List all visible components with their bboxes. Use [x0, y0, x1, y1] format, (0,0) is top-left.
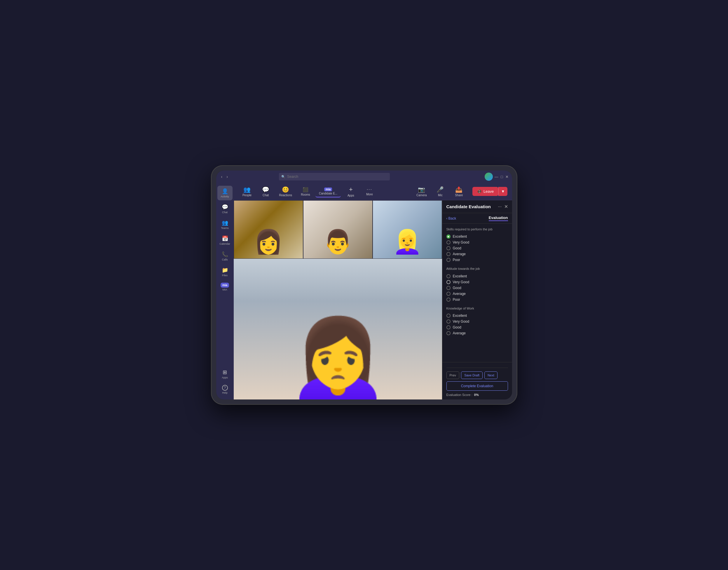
attitude-average-radio[interactable]: [447, 292, 451, 296]
nav-back-button[interactable]: ‹: [220, 174, 224, 180]
prev-button[interactable]: Prev: [447, 371, 460, 379]
knowledge-good-radio[interactable]: [447, 325, 451, 329]
nav-item-candidate[interactable]: mia Candidate E...: [315, 186, 341, 198]
knowledge-good[interactable]: Good: [447, 325, 508, 329]
skills-excellent-label: Excellent: [453, 235, 467, 239]
knowledge-verygood[interactable]: Very Good: [447, 319, 508, 324]
chevron-down-icon: ▼: [501, 189, 505, 194]
knowledge-verygood-radio[interactable]: [447, 319, 451, 324]
sidebar-label-calls: Calls: [222, 258, 227, 261]
minimize-button[interactable]: —: [495, 175, 498, 179]
sidebar-item-mia[interactable]: mia MIA: [217, 280, 232, 293]
leave-button[interactable]: 📵 Leave: [473, 187, 498, 196]
complete-evaluation-button[interactable]: Complete Evaluation: [447, 381, 508, 391]
chat-icon: 💬: [222, 204, 228, 210]
sidebar-label-mia: MIA: [222, 288, 227, 291]
sidebar-item-help[interactable]: ? Help: [217, 382, 232, 396]
chat-nav-icon: 💬: [262, 186, 269, 193]
skills-poor-radio[interactable]: [447, 258, 451, 262]
sidebar-item-calls[interactable]: 📞 Calls: [217, 249, 232, 263]
knowledge-average-label: Average: [453, 331, 466, 335]
nav-item-reactions[interactable]: 😊 Reactions: [276, 184, 295, 199]
knowledge-excellent-radio[interactable]: [447, 314, 451, 318]
nav-item-apps[interactable]: + Apps: [342, 184, 359, 199]
score-label: Evaluation Score :: [447, 393, 473, 396]
attitude-excellent-radio[interactable]: [447, 274, 451, 278]
skills-excellent[interactable]: Excellent: [447, 235, 508, 239]
back-button[interactable]: ‹ Back: [447, 216, 456, 221]
nav-item-camera[interactable]: 📷 Camera: [413, 184, 431, 199]
skills-section-title: Skills required to perform the job: [447, 227, 508, 232]
sidebar-label-chat: Chat: [222, 211, 227, 214]
help-icon: ?: [222, 385, 228, 391]
sidebar-item-calendar[interactable]: 📅 Calendar: [217, 233, 232, 248]
nav-item-mic[interactable]: 🎤 Mic: [432, 184, 449, 199]
knowledge-section-title: Knowledge of Work: [447, 306, 508, 311]
user-avatar[interactable]: [485, 173, 493, 181]
share-nav-icon: 📤: [455, 186, 463, 193]
video-panel: 🙍‍♀️: [234, 200, 442, 399]
attitude-good[interactable]: Good: [447, 286, 508, 290]
skills-good-radio[interactable]: [447, 246, 451, 250]
sidebar-item-activity[interactable]: 👤 Activity: [217, 186, 232, 200]
search-input[interactable]: [287, 175, 388, 179]
knowledge-average[interactable]: Average: [447, 331, 508, 335]
sidebar-item-chat[interactable]: 💬 Chat: [217, 202, 232, 216]
knowledge-verygood-label: Very Good: [453, 319, 470, 324]
attitude-verygood[interactable]: Very Good: [447, 280, 508, 284]
attitude-excellent[interactable]: Excellent: [447, 274, 508, 278]
close-button[interactable]: ✕: [505, 175, 509, 179]
skills-excellent-radio[interactable]: [447, 235, 451, 239]
attitude-good-label: Good: [453, 286, 461, 290]
skills-poor[interactable]: Poor: [447, 258, 508, 262]
nav-item-more[interactable]: ··· More: [360, 185, 378, 198]
rooms-nav-label: Rooms: [301, 193, 310, 196]
skills-verygood-radio[interactable]: [447, 240, 451, 244]
attitude-average[interactable]: Average: [447, 292, 508, 296]
tablet-screen: ‹ › 🔍 — □ ✕ 👤 Activit: [216, 171, 512, 399]
evaluation-tab[interactable]: Evaluation: [489, 216, 508, 221]
panel-more-button[interactable]: ···: [498, 204, 502, 209]
nav-item-rooms[interactable]: ⬛ Rooms: [297, 185, 314, 198]
more-nav-label: More: [366, 193, 373, 196]
skills-good[interactable]: Good: [447, 246, 508, 250]
chat-nav-label: Chat: [262, 194, 269, 197]
tablet-frame: ‹ › 🔍 — □ ✕ 👤 Activit: [211, 165, 517, 405]
window-controls: — □ ✕: [495, 175, 509, 179]
attitude-poor-radio[interactable]: [447, 298, 451, 302]
video-main: 🙍‍♀️: [234, 259, 442, 399]
nav-item-share[interactable]: 📤 Share: [450, 184, 468, 199]
candidate-nav-icon: mia: [324, 188, 332, 191]
attitude-excellent-label: Excellent: [453, 274, 467, 278]
top-nav: 👥 People 💬 Chat 😊 Reactions ⬛ Rooms: [234, 183, 512, 200]
skills-poor-label: Poor: [453, 258, 460, 262]
nav-forward-button[interactable]: ›: [225, 174, 229, 180]
sidebar: 👤 Activity 💬 Chat 👥 Teams 📅 Calendar 📞: [216, 183, 234, 399]
back-chevron-icon: ‹: [447, 216, 448, 221]
next-button[interactable]: Next: [484, 371, 498, 379]
search-bar: 🔍: [279, 173, 390, 181]
attitude-verygood-radio[interactable]: [447, 280, 451, 284]
sidebar-item-teams[interactable]: 👥 Teams: [217, 217, 232, 232]
attitude-poor[interactable]: Poor: [447, 298, 508, 302]
maximize-button[interactable]: □: [501, 175, 503, 179]
leave-dropdown-button[interactable]: ▼: [498, 187, 507, 196]
sidebar-item-apps[interactable]: ⊞ Apps: [217, 367, 232, 381]
sidebar-item-files[interactable]: 📁 Files: [217, 265, 232, 279]
attitude-good-radio[interactable]: [447, 286, 451, 290]
attitude-radio-group: Excellent Very Good Good: [447, 274, 508, 302]
nav-arrows: ‹ ›: [220, 174, 229, 180]
skills-verygood[interactable]: Very Good: [447, 240, 508, 244]
panel-close-button[interactable]: ✕: [504, 204, 508, 209]
knowledge-excellent[interactable]: Excellent: [447, 314, 508, 318]
save-draft-button[interactable]: Save Draft: [461, 371, 483, 379]
knowledge-average-radio[interactable]: [447, 331, 451, 335]
sidebar-bottom: ⊞ Apps ? Help: [217, 367, 232, 396]
skills-average-radio[interactable]: [447, 252, 451, 256]
share-nav-label: Share: [455, 194, 463, 197]
apps-icon: ⊞: [223, 369, 227, 375]
nav-item-chat[interactable]: 💬 Chat: [257, 184, 274, 199]
nav-item-people[interactable]: 👥 People: [238, 184, 256, 199]
skills-average[interactable]: Average: [447, 252, 508, 256]
teams-icon: 👥: [222, 220, 228, 226]
